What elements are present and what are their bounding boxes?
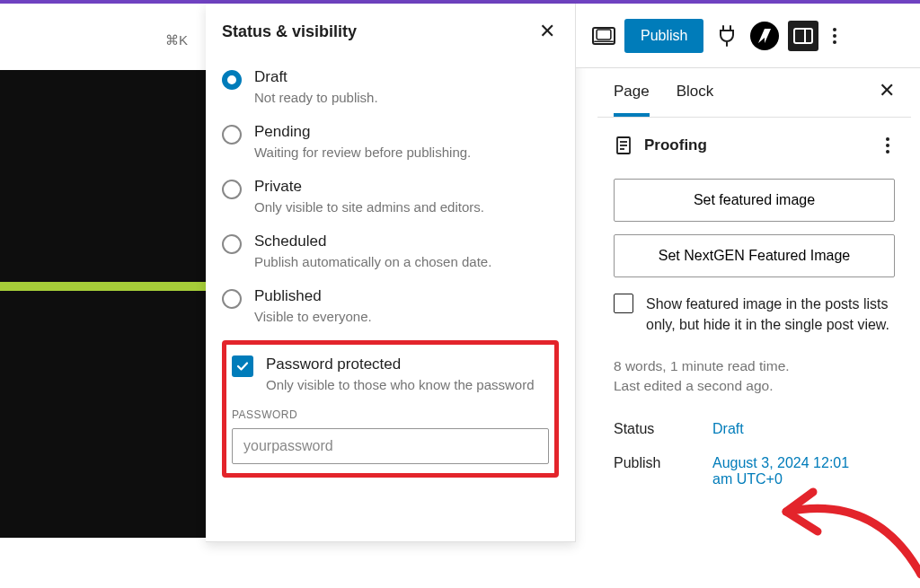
status-value[interactable]: Draft — [712, 421, 744, 437]
password-protected-label: Password protected — [266, 355, 534, 373]
set-featured-image-button[interactable]: Set featured image — [614, 179, 895, 222]
page-summary-row: Proofing — [597, 118, 911, 173]
radio-icon[interactable] — [222, 180, 242, 199]
svg-rect-0 — [597, 29, 611, 39]
password-field-label: Password — [232, 408, 549, 421]
word-count: 8 words, 1 minute read time. — [597, 356, 911, 376]
more-options-icon[interactable] — [880, 132, 895, 159]
password-protected-desc: Only visible to those who know the passw… — [266, 377, 534, 392]
status-option-published[interactable]: Published Visible to everyone. — [222, 278, 559, 333]
editor-canvas-dark — [0, 70, 206, 538]
status-option-draft[interactable]: Draft Not ready to publish. — [222, 59, 559, 114]
status-option-desc: Only visible to site admins and editors. — [254, 199, 484, 215]
close-icon[interactable]: ✕ — [879, 79, 895, 102]
hide-single-checkbox[interactable] — [614, 294, 633, 313]
status-option-label: Draft — [254, 68, 378, 86]
hide-single-label: Show featured image in the posts lists o… — [646, 294, 895, 335]
status-option-scheduled[interactable]: Scheduled Publish automatically on a cho… — [222, 224, 559, 278]
plugin-icon[interactable] — [712, 22, 741, 50]
more-options-icon[interactable] — [827, 22, 842, 49]
radio-icon[interactable] — [222, 234, 242, 254]
tab-page[interactable]: Page — [614, 83, 650, 117]
command-shortcut: ⌘K — [165, 32, 188, 48]
password-section-highlight: Password protected Only visible to those… — [222, 340, 559, 478]
publish-button[interactable]: Publish — [624, 19, 703, 53]
popover-title: Status & visibility — [222, 22, 357, 41]
publish-key: Publish — [614, 455, 694, 487]
status-option-desc: Not ready to publish. — [254, 90, 378, 105]
editor-header: Publish — [576, 4, 920, 68]
status-visibility-popover: Status & visibility ✕ Draft Not ready to… — [206, 4, 576, 542]
settings-sidebar: Page Block ✕ Proofing Set featured image… — [597, 68, 911, 588]
laptop-icon[interactable] — [592, 27, 615, 45]
last-edited: Last edited a second ago. — [597, 376, 911, 396]
status-option-private[interactable]: Private Only visible to site admins and … — [222, 169, 559, 224]
page-title: Proofing — [644, 136, 870, 154]
status-option-label: Scheduled — [254, 233, 491, 250]
theme-icon[interactable] — [750, 22, 779, 50]
radio-icon[interactable] — [222, 289, 242, 309]
status-option-label: Pending — [254, 123, 471, 141]
status-option-label: Private — [254, 178, 484, 196]
password-protected-checkbox[interactable] — [232, 355, 253, 377]
status-option-pending[interactable]: Pending Waiting for review before publis… — [222, 114, 559, 169]
status-option-label: Published — [254, 287, 372, 305]
radio-icon[interactable] — [222, 125, 242, 145]
radio-icon[interactable] — [222, 70, 242, 90]
close-icon[interactable]: ✕ — [535, 18, 559, 45]
status-key: Status — [614, 421, 694, 437]
sidebar-tabs: Page Block ✕ — [597, 68, 911, 118]
sidebar-toggle-icon[interactable] — [788, 21, 818, 51]
set-nextgen-featured-button[interactable]: Set NextGEN Featured Image — [614, 234, 895, 277]
publish-value[interactable]: August 3, 2024 12:01 am UTC+0 — [712, 455, 865, 487]
status-option-desc: Publish automatically on a chosen date. — [254, 254, 491, 269]
svg-rect-2 — [794, 29, 812, 43]
editor-canvas-accent — [0, 282, 206, 291]
check-icon — [235, 359, 250, 373]
document-icon — [614, 136, 633, 155]
status-option-desc: Visible to everyone. — [254, 309, 372, 324]
password-input[interactable] — [232, 428, 549, 464]
tab-block[interactable]: Block — [677, 83, 714, 117]
status-option-desc: Waiting for review before publishing. — [254, 145, 471, 160]
